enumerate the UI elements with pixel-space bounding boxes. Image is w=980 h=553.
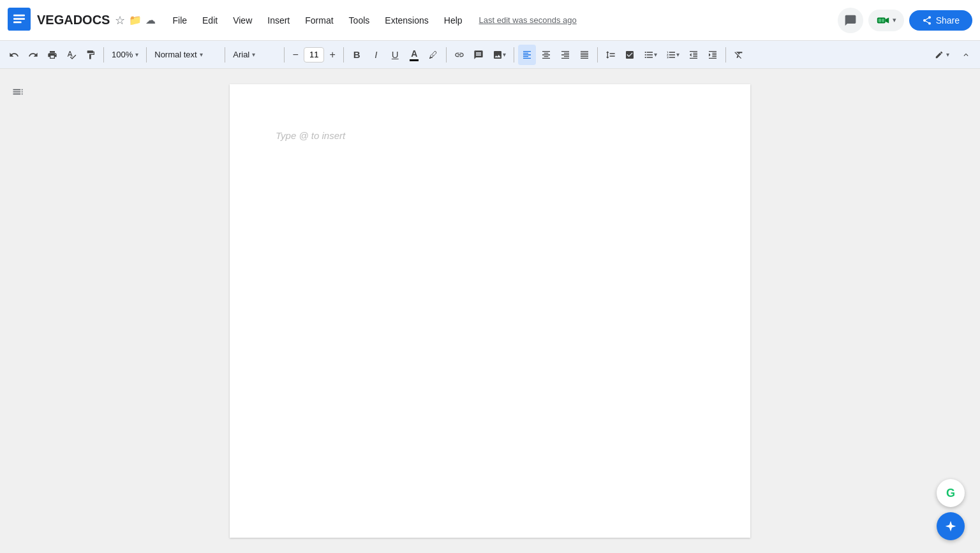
increase-indent-button[interactable] <box>704 45 722 65</box>
undo-button[interactable] <box>5 45 23 65</box>
ai-assistant-button[interactable] <box>937 512 965 540</box>
font-size-control: − 11 + <box>288 47 339 63</box>
last-edit-status: Last edit was seconds ago <box>479 15 577 25</box>
bullet-list-button[interactable]: ▾ <box>640 45 661 65</box>
doc-placeholder: Type @ to insert <box>276 130 345 141</box>
menu-edit[interactable]: Edit <box>196 11 224 29</box>
divider-1 <box>103 47 104 63</box>
zoom-value: 100% <box>112 50 133 59</box>
print-button[interactable] <box>43 45 61 65</box>
divider-5 <box>343 47 344 63</box>
font-size-input[interactable]: 11 <box>304 47 324 63</box>
google-meet-button[interactable]: ▾ <box>868 10 904 31</box>
divider-8 <box>597 47 598 63</box>
menu-help[interactable]: Help <box>438 11 469 29</box>
outline-button[interactable] <box>5 79 31 105</box>
doc-title[interactable]: VEGADOCS <box>37 13 110 27</box>
app-logo <box>8 8 31 33</box>
svg-rect-6 <box>878 18 881 22</box>
align-center-button[interactable] <box>537 45 555 65</box>
svg-marker-5 <box>885 17 889 23</box>
paint-format-button[interactable] <box>82 45 100 65</box>
insert-image-button[interactable]: ▾ <box>489 45 510 65</box>
divider-7 <box>514 47 514 63</box>
divider-3 <box>225 47 225 63</box>
doc-area[interactable]: Type @ to insert <box>36 69 944 553</box>
redo-button[interactable] <box>24 45 42 65</box>
align-left-button[interactable] <box>518 45 536 65</box>
title-icon-group: ☆ 📁 ☁ <box>115 13 156 27</box>
sidebar <box>0 69 36 553</box>
numbered-list-button[interactable]: ▾ <box>662 45 683 65</box>
italic-button[interactable]: I <box>367 45 385 65</box>
chat-button[interactable] <box>838 8 863 33</box>
text-color-bar <box>410 59 419 61</box>
underline-button[interactable]: U <box>386 45 404 65</box>
insert-comment-button[interactable] <box>470 45 487 65</box>
divider-2 <box>146 47 147 63</box>
collapse-toolbar-button[interactable] <box>957 45 975 65</box>
drive-folder-icon[interactable]: 📁 <box>129 14 142 26</box>
menu-view[interactable]: View <box>226 11 258 29</box>
font-value: Arial <box>233 50 249 59</box>
menu-format[interactable]: Format <box>299 11 339 29</box>
decrease-font-size-button[interactable]: − <box>288 48 302 62</box>
grammarly-icon: G <box>946 487 955 500</box>
bold-button[interactable]: B <box>348 45 366 65</box>
menu-insert[interactable]: Insert <box>261 11 296 29</box>
style-value: Normal text <box>154 50 197 59</box>
style-chevron: ▾ <box>200 51 203 58</box>
insert-link-button[interactable] <box>450 45 468 65</box>
bullet-chevron: ▾ <box>654 51 657 58</box>
title-right: ▾ Share <box>838 8 972 33</box>
body-wrap: Type @ to insert <box>0 69 980 553</box>
fab-area: G <box>937 479 965 540</box>
svg-rect-3 <box>13 21 22 23</box>
divider-6 <box>446 47 447 63</box>
menu-extensions[interactable]: Extensions <box>378 11 434 29</box>
toolbar: 100% ▾ Normal text ▾ Arial ▾ − 11 + B I … <box>0 41 980 69</box>
decrease-indent-button[interactable] <box>685 45 702 65</box>
divider-9 <box>725 47 726 63</box>
share-button[interactable]: Share <box>909 10 972 31</box>
text-color-button[interactable]: A <box>405 45 423 65</box>
edit-mode-chevron: ▾ <box>946 51 949 58</box>
font-chevron: ▾ <box>252 51 255 58</box>
edit-mode-button[interactable]: ▾ <box>930 45 954 65</box>
align-right-button[interactable] <box>556 45 574 65</box>
toolbar-right: ▾ <box>930 45 975 65</box>
zoom-selector[interactable]: 100% ▾ <box>108 45 142 65</box>
highlight-button[interactable]: 🖊 <box>424 45 442 65</box>
grammarly-button[interactable]: G <box>937 479 965 507</box>
star-icon[interactable]: ☆ <box>115 13 125 27</box>
font-selector[interactable]: Arial ▾ <box>229 45 280 65</box>
numbered-chevron: ▾ <box>676 51 679 58</box>
svg-rect-7 <box>882 18 884 22</box>
svg-rect-1 <box>13 14 25 16</box>
menu-file[interactable]: File <box>166 11 193 29</box>
zoom-chevron: ▾ <box>135 51 138 58</box>
align-justify-button[interactable] <box>575 45 593 65</box>
clear-formatting-button[interactable] <box>730 45 748 65</box>
svg-rect-2 <box>13 18 25 20</box>
line-spacing-button[interactable] <box>602 45 620 65</box>
spell-check-button[interactable] <box>63 45 80 65</box>
menu-tools[interactable]: Tools <box>343 11 376 29</box>
image-chevron: ▾ <box>503 51 506 58</box>
share-label: Share <box>936 15 960 26</box>
cloud-save-icon[interactable]: ☁ <box>145 14 156 26</box>
doc-page[interactable]: Type @ to insert <box>230 84 750 538</box>
increase-font-size-button[interactable]: + <box>325 48 339 62</box>
checklist-button[interactable] <box>621 45 639 65</box>
menu-bar: File Edit View Insert Format Tools Exten… <box>166 11 837 29</box>
paragraph-style-selector[interactable]: Normal text ▾ <box>151 45 221 65</box>
divider-4 <box>284 47 285 63</box>
